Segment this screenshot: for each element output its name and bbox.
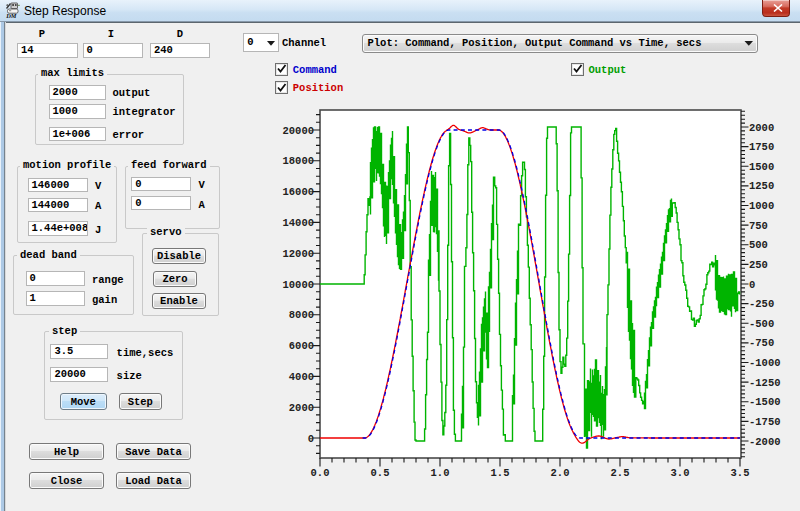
svg-text:2000: 2000 <box>749 122 774 134</box>
svg-text:0: 0 <box>308 433 314 445</box>
svg-text:500: 500 <box>749 239 768 251</box>
svg-text:0.0: 0.0 <box>311 467 330 479</box>
svg-text:750: 750 <box>749 220 768 232</box>
svg-text:-500: -500 <box>749 318 774 330</box>
svg-text:-2000: -2000 <box>749 436 781 448</box>
svg-text:-750: -750 <box>749 337 774 349</box>
svg-text:250: 250 <box>749 259 768 271</box>
svg-text:2.5: 2.5 <box>611 467 630 479</box>
svg-text:20000: 20000 <box>282 125 314 137</box>
svg-text:-1250: -1250 <box>749 377 781 389</box>
svg-text:1000: 1000 <box>749 200 774 212</box>
svg-text:-1500: -1500 <box>749 396 781 408</box>
svg-text:-1750: -1750 <box>749 416 781 428</box>
svg-text:16000: 16000 <box>282 186 314 198</box>
svg-text:6000: 6000 <box>289 340 314 352</box>
svg-text:8000: 8000 <box>289 309 314 321</box>
svg-text:18000: 18000 <box>282 155 314 167</box>
svg-text:1250: 1250 <box>749 180 774 192</box>
svg-text:0: 0 <box>749 279 755 291</box>
svg-text:0.5: 0.5 <box>371 467 390 479</box>
svg-text:1750: 1750 <box>749 141 774 153</box>
svg-text:3.0: 3.0 <box>671 467 690 479</box>
svg-text:2.0: 2.0 <box>551 467 570 479</box>
svg-text:-1000: -1000 <box>749 357 781 369</box>
svg-text:1.5: 1.5 <box>491 467 510 479</box>
svg-text:10000: 10000 <box>282 279 314 291</box>
svg-text:1500: 1500 <box>749 161 774 173</box>
svg-text:12000: 12000 <box>282 248 314 260</box>
svg-text:1.0: 1.0 <box>431 467 450 479</box>
svg-text:3.5: 3.5 <box>731 467 750 479</box>
svg-text:14000: 14000 <box>282 217 314 229</box>
svg-text:4000: 4000 <box>289 371 314 383</box>
svg-text:2000: 2000 <box>289 402 314 414</box>
svg-text:DM: DM <box>5 12 17 18</box>
svg-text:-250: -250 <box>749 298 774 310</box>
